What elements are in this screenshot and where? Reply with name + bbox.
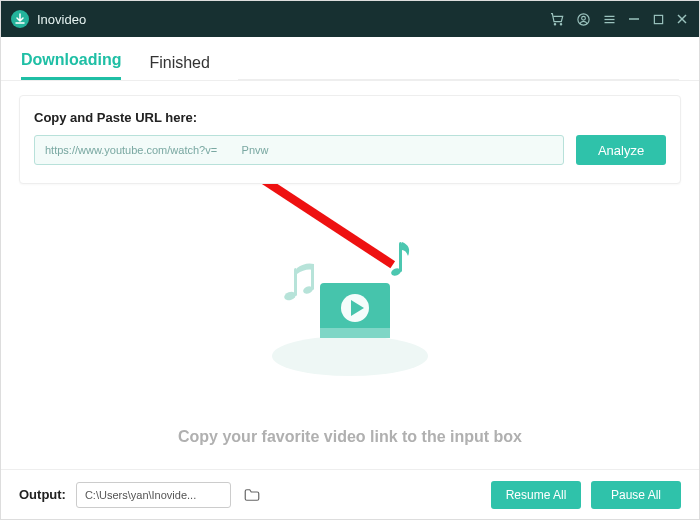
url-input[interactable] (34, 135, 564, 165)
svg-rect-8 (654, 15, 662, 23)
browse-folder-button[interactable] (241, 484, 263, 506)
empty-illustration (250, 228, 450, 388)
tab-downloading[interactable]: Downloading (21, 51, 121, 80)
maximize-button[interactable] (651, 12, 665, 26)
menu-icon[interactable] (601, 11, 617, 27)
tabs: Downloading Finished (1, 37, 699, 81)
empty-state: Copy your favorite video link to the inp… (1, 184, 699, 469)
svg-point-11 (272, 336, 428, 376)
pause-all-button[interactable]: Pause All (591, 481, 681, 509)
empty-hint: Copy your favorite video link to the inp… (178, 428, 522, 446)
svg-point-3 (581, 16, 585, 20)
svg-point-0 (554, 24, 555, 25)
output-path[interactable]: C:\Users\yan\Inovide... (76, 482, 231, 508)
titlebar-right (549, 11, 689, 27)
url-row: Analyze (34, 135, 666, 165)
app-logo-icon (11, 10, 29, 28)
footer: Output: C:\Users\yan\Inovide... Resume A… (1, 469, 699, 519)
url-card: Copy and Paste URL here: Analyze (19, 95, 681, 184)
tab-finished[interactable]: Finished (149, 54, 209, 80)
svg-rect-17 (399, 242, 402, 272)
output-label: Output: (19, 487, 66, 502)
resume-all-button[interactable]: Resume All (491, 481, 581, 509)
svg-rect-13 (294, 268, 297, 296)
url-label: Copy and Paste URL here: (34, 110, 666, 125)
account-icon[interactable] (575, 11, 591, 27)
titlebar: Inovideo (1, 1, 699, 37)
svg-point-1 (560, 24, 561, 25)
close-button[interactable] (675, 12, 689, 26)
svg-rect-19 (320, 328, 390, 338)
minimize-button[interactable] (627, 12, 641, 26)
app-title: Inovideo (37, 12, 549, 27)
tabs-divider (238, 79, 679, 80)
cart-icon[interactable] (549, 11, 565, 27)
analyze-button[interactable]: Analyze (576, 135, 666, 165)
app-window: Inovideo Downloading Finished (0, 0, 700, 520)
